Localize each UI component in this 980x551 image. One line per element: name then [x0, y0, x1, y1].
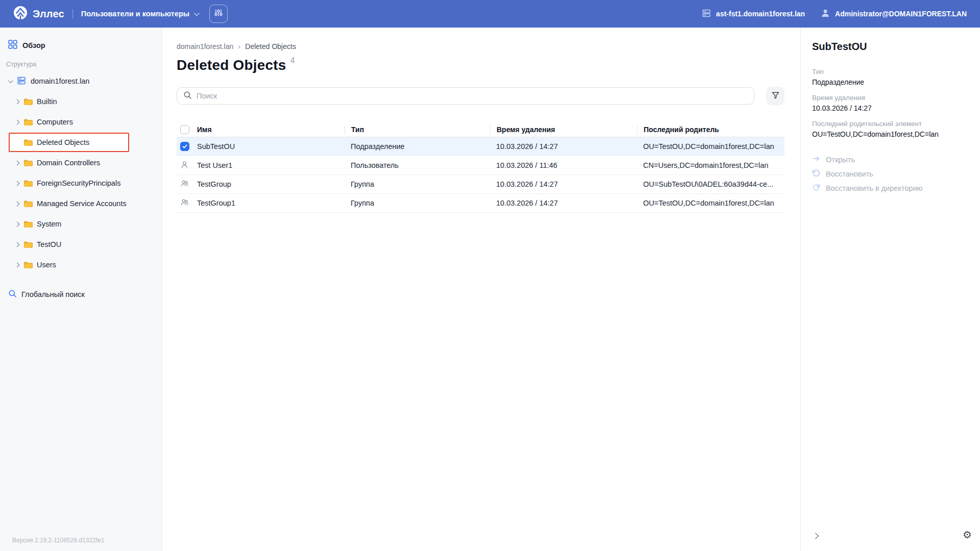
details-title: SubTestOU: [812, 41, 969, 53]
chevron-right-icon[interactable]: [15, 160, 20, 165]
chevron-right-icon[interactable]: [15, 99, 20, 104]
sidebar-tree-item[interactable]: Deleted Objects: [9, 133, 129, 152]
user-avatar-icon: [820, 8, 830, 20]
group-icon: [180, 179, 189, 189]
search-box[interactable]: [177, 87, 754, 105]
field-value-deleted-time: 10.03.2026 / 14:27: [812, 104, 969, 112]
row-deleted-time: 10.03.2026 / 11:46: [490, 161, 637, 169]
filter-button[interactable]: [766, 87, 785, 105]
collapse-panel-button[interactable]: [810, 531, 820, 541]
table-body: SubTestOU Подразделение 10.03.2026 / 14:…: [177, 137, 785, 213]
sidebar-tree-item[interactable]: Users: [8, 255, 162, 275]
field-label-type: Тип: [812, 68, 969, 76]
open-action[interactable]: Открыть: [812, 155, 969, 164]
row-deleted-time: 10.03.2026 / 14:27: [490, 142, 637, 151]
table-row[interactable]: SubTestOU Подразделение 10.03.2026 / 14:…: [177, 137, 785, 156]
current-user[interactable]: Administrator@DOMAIN1FOREST.LAN: [820, 8, 967, 20]
sidebar-tree-item-label: ForeignSecurityPrincipals: [37, 179, 120, 187]
details-panel: SubTestOU Тип Подразделение Время удален…: [800, 28, 980, 551]
sidebar-tree-item[interactable]: Domain Controllers: [8, 153, 162, 173]
folder-icon: [23, 220, 33, 228]
sliders-icon: [213, 8, 224, 20]
breadcrumb-separator-icon: ›: [238, 42, 240, 51]
chevron-right-icon[interactable]: [15, 262, 20, 267]
row-name: TestGroup: [197, 180, 345, 188]
table-row[interactable]: TestGroup Группа 10.03.2026 / 14:27 OU=S…: [177, 175, 785, 194]
column-header-type[interactable]: Тип: [345, 125, 490, 134]
chevron-right-icon[interactable]: [15, 221, 20, 227]
select-all-checkbox[interactable]: [180, 125, 189, 134]
tree-root-domain[interactable]: domain1forest.lan: [8, 71, 162, 91]
search-input[interactable]: [197, 92, 748, 100]
table-row[interactable]: Test User1 Пользователь 10.03.2026 / 11:…: [177, 156, 785, 175]
connected-server[interactable]: ast-fst1.domain1forest.lan: [701, 8, 805, 20]
details-fields: Тип Подразделение Время удаления 10.03.2…: [812, 68, 969, 138]
sidebar-tree-item[interactable]: Managed Service Accounts: [8, 193, 162, 214]
structure-section-label: Структура: [6, 61, 154, 68]
chevron-down-icon: [194, 10, 200, 16]
folder-icon: [23, 261, 33, 269]
grid-icon: [8, 40, 17, 51]
brand-name: Эллес: [33, 8, 64, 20]
domain-icon: [16, 76, 27, 87]
row-name: TestGroup1: [197, 199, 345, 207]
user-name: Administrator@DOMAIN1FOREST.LAN: [835, 10, 967, 18]
app-logo-icon: [13, 6, 28, 22]
gear-icon[interactable]: ⚙: [963, 529, 972, 541]
row-type: Группа: [345, 199, 490, 207]
column-header-last-parent[interactable]: Последний родитель: [637, 125, 785, 134]
chevron-right-icon[interactable]: [15, 119, 20, 124]
chevron-down-icon[interactable]: [8, 78, 13, 83]
row-type: Группа: [345, 180, 490, 188]
chevron-right-icon[interactable]: [15, 201, 20, 206]
panel-footer: ⚙: [801, 529, 980, 545]
module-dropdown[interactable]: Пользователи и компьютеры: [81, 10, 198, 18]
folder-icon: [23, 180, 33, 187]
sidebar-tree-item-label: Domain Controllers: [37, 159, 100, 167]
breadcrumb-domain[interactable]: domain1forest.lan: [177, 42, 233, 51]
version-label: Версия 2.19.2-1106526.d1322fe1: [12, 537, 104, 544]
restore-action[interactable]: Восстановить: [812, 169, 969, 179]
sidebar-tree-item[interactable]: System: [8, 214, 162, 234]
tree-root-label: domain1forest.lan: [31, 77, 89, 85]
brand[interactable]: Эллес: [13, 6, 64, 22]
details-actions: Открыть Восстановить Вос: [812, 155, 969, 193]
user-icon: [180, 160, 189, 170]
field-label-deleted-time: Время удаления: [812, 94, 969, 102]
sidebar-tree-item[interactable]: Builtin: [8, 91, 162, 112]
restore-to-directory-action[interactable]: Восстановить в директорию: [812, 183, 969, 193]
deleted-objects-table: Имя Тип Время удаления Последний родител…: [177, 122, 785, 213]
sidebar-item-global-search[interactable]: Глобальный поиск: [8, 289, 154, 299]
restore-icon: [812, 169, 820, 179]
row-type: Пользователь: [345, 161, 490, 169]
view-settings-button[interactable]: [209, 5, 228, 23]
sidebar-tree-item[interactable]: TestOU: [8, 234, 162, 255]
open-action-label: Открыть: [826, 156, 855, 164]
filter-funnel-icon: [771, 91, 780, 102]
arrow-right-icon: [812, 155, 820, 164]
app-window: Эллес Пользователи и компьютеры: [0, 0, 980, 551]
sidebar-tree-item-label: System: [37, 220, 61, 228]
column-header-deleted-time[interactable]: Время удаления: [490, 125, 637, 134]
table-row[interactable]: TestGroup1 Группа 10.03.2026 / 14:27 OU=…: [177, 194, 785, 213]
object-count-badge: 4: [290, 56, 295, 65]
server-icon: [701, 8, 712, 20]
chevron-right-icon: [812, 533, 819, 539]
row-deleted-time: 10.03.2026 / 14:27: [490, 180, 637, 188]
row-last-parent: CN=Users,DC=domain1forest,DC=lan: [637, 161, 785, 169]
chevron-right-icon[interactable]: [15, 242, 20, 247]
row-last-parent: OU=SubTestOU\0ADEL:60a39d44-ce...: [637, 180, 785, 188]
sidebar-tree-item[interactable]: ForeignSecurityPrincipals: [8, 173, 162, 193]
chevron-right-icon[interactable]: [15, 181, 20, 186]
row-name: Test User1: [197, 161, 345, 169]
column-header-name[interactable]: Имя: [197, 126, 345, 134]
sidebar-tree-item-label: TestOU: [37, 240, 61, 248]
overview-label: Обзор: [22, 41, 45, 49]
breadcrumb-current: Deleted Objects: [245, 42, 296, 51]
sidebar-tree-item[interactable]: Computers: [8, 112, 162, 132]
row-checkbox[interactable]: [180, 142, 189, 151]
row-last-parent: OU=TestOU,DC=domain1forest,DC=lan: [637, 142, 785, 151]
breadcrumb: domain1forest.lan › Deleted Objects: [177, 42, 785, 51]
row-name: SubTestOU: [197, 142, 345, 151]
sidebar-item-overview[interactable]: Обзор: [8, 40, 154, 51]
